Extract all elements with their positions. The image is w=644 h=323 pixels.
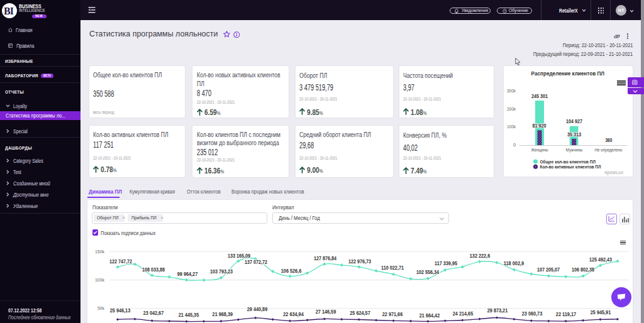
svg-text:300k: 300k — [507, 88, 516, 94]
svg-text:110 022,71: 110 022,71 — [381, 265, 404, 271]
svg-text:35 313: 35 313 — [567, 131, 581, 138]
svg-text:150k: 150k — [95, 249, 105, 255]
svg-text:360: 360 — [605, 137, 612, 143]
svg-text:25 946,13: 25 946,13 — [110, 307, 130, 314]
svg-text:118 002,9: 118 002,9 — [504, 260, 524, 266]
svg-text:108 033,88: 108 033,88 — [142, 266, 165, 273]
svg-text:22 119,17: 22 119,17 — [556, 311, 576, 317]
svg-text:133 165,09: 133 165,09 — [228, 253, 250, 259]
svg-text:Женщины: Женщины — [531, 147, 548, 153]
svg-text:107 205,07: 107 205,07 — [537, 266, 560, 273]
svg-text:Распределение клиентов ПЛ: Распределение клиентов ПЛ — [531, 70, 605, 77]
svg-text:25 945,91: 25 945,91 — [591, 309, 611, 315]
svg-text:245 301: 245 301 — [531, 93, 548, 99]
svg-text:22 971,66: 22 971,66 — [382, 311, 402, 317]
svg-text:117 339,95: 117 339,95 — [435, 260, 457, 266]
svg-text:27 146,59: 27 146,59 — [316, 309, 336, 315]
svg-text:21 445,35: 21 445,35 — [179, 312, 199, 318]
svg-text:100k: 100k — [507, 124, 516, 129]
svg-text:21 968,39: 21 968,39 — [213, 311, 233, 317]
svg-text:0: 0 — [513, 142, 516, 148]
svg-text:22 634,94: 22 634,94 — [283, 311, 303, 317]
svg-text:Мужчины: Мужчины — [566, 147, 582, 153]
svg-text:102 556,34: 102 556,34 — [416, 269, 439, 275]
svg-text:?: ? — [504, 10, 506, 13]
svg-text:29 440,89: 29 440,89 — [247, 306, 267, 312]
svg-text:23 060,73: 23 060,73 — [522, 310, 542, 317]
svg-text:106 802,38: 106 802,38 — [572, 266, 594, 273]
svg-text:25 624,57: 25 624,57 — [350, 310, 370, 316]
svg-text:132 222,6: 132 222,6 — [470, 253, 490, 259]
svg-text:125 492,43: 125 492,43 — [589, 256, 612, 263]
svg-text:103 793,23: 103 793,23 — [210, 268, 233, 275]
svg-text:122 747,72: 122 747,72 — [109, 258, 132, 265]
svg-text:50k: 50k — [97, 305, 105, 311]
svg-text:100k: 100k — [95, 277, 105, 283]
svg-text:122 976,73: 122 976,73 — [348, 258, 371, 265]
svg-text:24 214,65: 24 214,65 — [453, 310, 473, 317]
svg-text:99 964,27: 99 964,27 — [177, 271, 197, 277]
svg-text:106 526,6: 106 526,6 — [281, 268, 301, 274]
svg-text:29 873,21: 29 873,21 — [487, 307, 508, 314]
svg-text:Не определено: Не определено — [594, 147, 622, 153]
svg-text:81 920: 81 920 — [532, 123, 546, 129]
svg-text:137 072,72: 137 072,72 — [245, 259, 267, 265]
svg-text:Кол-во активных клиентов ПЛ: Кол-во активных клиентов ПЛ — [540, 164, 601, 170]
svg-text:104 927: 104 927 — [566, 118, 582, 124]
svg-text:23 042,67: 23 042,67 — [143, 310, 164, 316]
svg-text:21 664,42: 21 664,42 — [419, 312, 440, 319]
svg-text:127 876,84: 127 876,84 — [314, 255, 336, 261]
svg-text:Highcharts.com: Highcharts.com — [604, 170, 623, 175]
svg-text:200k: 200k — [507, 106, 516, 112]
